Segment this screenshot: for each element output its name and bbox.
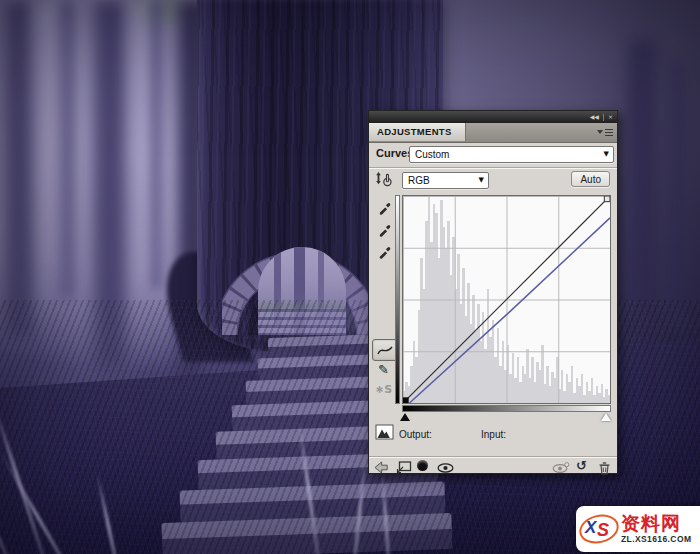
- curve-plot: [403, 196, 610, 403]
- white-point-eyedropper-icon[interactable]: [377, 245, 392, 260]
- logo-letter-x: X: [585, 518, 596, 538]
- panel-menu-icon[interactable]: [597, 127, 613, 138]
- input-gradient-bar: [402, 405, 611, 412]
- targeted-adjustment-icon[interactable]: [374, 171, 394, 189]
- channel-value: RGB: [408, 175, 430, 186]
- close-panel-icon[interactable]: ×: [608, 114, 613, 120]
- divider: [369, 456, 617, 457]
- watermark-text: 资料网 ZL.XS1616.COM: [621, 514, 691, 544]
- tab-adjustments[interactable]: ADJUSTMENTS: [369, 123, 466, 141]
- layer-visibility-dot-icon[interactable]: [417, 460, 428, 471]
- panel-titlebar: ◀◀ ×: [369, 111, 617, 123]
- curve-baseline: [403, 196, 610, 403]
- menu-lines-icon: [605, 129, 613, 136]
- draw-curve-pencil-icon[interactable]: ✎: [378, 363, 389, 376]
- gray-point-eyedropper-icon[interactable]: [377, 223, 392, 238]
- preset-value: Custom: [415, 149, 449, 160]
- toggle-visibility-eye-icon[interactable]: [437, 463, 454, 473]
- return-to-adjustment-list-icon[interactable]: [373, 461, 389, 474]
- clip-to-layer-icon[interactable]: [394, 461, 413, 475]
- photoshop-workspace: ◀◀ × ADJUSTMENTS Curves Custom ▼ RGB ▼ A…: [0, 0, 700, 554]
- black-point-eyedropper-icon[interactable]: [377, 201, 392, 216]
- view-previous-state-icon[interactable]: [552, 462, 570, 474]
- panel-tab-bar: ADJUSTMENTS: [369, 123, 617, 143]
- site-url: ZL.XS1616.COM: [621, 534, 691, 544]
- distant-tree: [94, 0, 126, 370]
- shadow-point-handle[interactable]: [403, 397, 409, 403]
- output-label: Output:: [399, 429, 432, 440]
- highlight-point-handle[interactable]: [604, 196, 610, 202]
- titlebar-divider: [603, 114, 604, 121]
- delete-adjustment-trash-icon[interactable]: [598, 461, 611, 475]
- levels-thumbnail-icon: [375, 424, 395, 441]
- input-label: Input:: [481, 429, 506, 440]
- distant-tree: [60, 0, 75, 300]
- reset-adjustment-icon[interactable]: ↺: [576, 459, 587, 472]
- curve-icon: [377, 345, 393, 356]
- distant-tree: [628, 40, 656, 370]
- menu-triangle-icon: [597, 130, 603, 134]
- smooth-curve-icon[interactable]: ∗S: [375, 384, 392, 395]
- distant-tree: [150, 0, 163, 290]
- curve-rgb[interactable]: [409, 218, 610, 403]
- channel-dropdown[interactable]: RGB ▼: [402, 172, 489, 189]
- adjustments-panel: ◀◀ × ADJUSTMENTS Curves Custom ▼ RGB ▼ A…: [368, 110, 618, 474]
- preset-dropdown[interactable]: Custom ▼: [409, 146, 614, 163]
- curves-grid[interactable]: [402, 195, 611, 404]
- distant-tree: [668, 60, 685, 330]
- divider: [369, 167, 617, 168]
- light-shaft: [28, 0, 58, 330]
- site-name: 资料网: [621, 514, 681, 534]
- chevron-down-icon: ▼: [604, 147, 609, 162]
- logo-letter-s: S: [597, 520, 609, 541]
- watermark: X S 资料网 ZL.XS1616.COM: [576, 506, 700, 552]
- light-shaft: [126, 0, 152, 360]
- white-input-slider[interactable]: [601, 413, 611, 421]
- adjustment-title: Curves: [376, 147, 413, 159]
- output-gradient-bar: [395, 195, 400, 404]
- xs-logo: X S: [579, 515, 619, 543]
- collapse-panel-icon[interactable]: ◀◀: [590, 114, 599, 120]
- chevron-down-icon: ▼: [479, 173, 484, 188]
- black-input-slider[interactable]: [400, 413, 410, 421]
- auto-button[interactable]: Auto: [571, 171, 610, 187]
